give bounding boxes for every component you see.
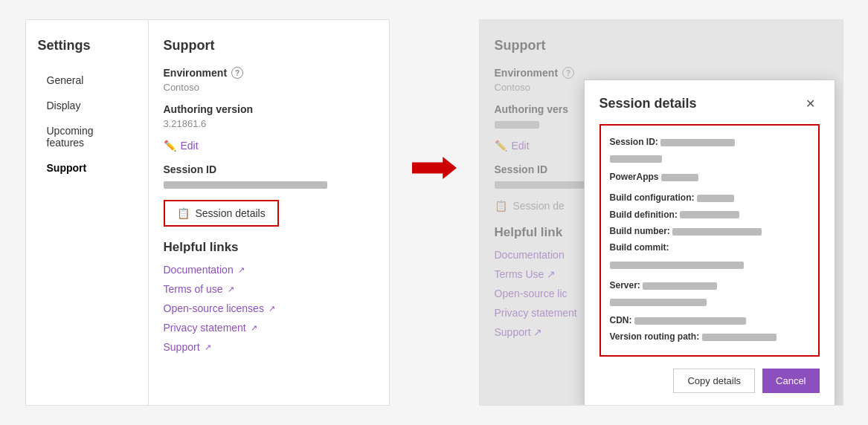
environment-value: Contoso xyxy=(164,82,374,93)
external-link-icon-2: ↗ xyxy=(228,285,234,294)
sidebar-item-support[interactable]: Support xyxy=(38,156,136,180)
build-number-row: Build number: xyxy=(610,224,809,239)
version-routing-row: Version routing path: xyxy=(610,329,809,344)
powerapps-row: PowerApps xyxy=(610,169,809,184)
external-link-icon-4: ↗ xyxy=(251,323,257,333)
svg-marker-0 xyxy=(412,157,457,179)
modal-title: Session details xyxy=(599,96,697,111)
modal-footer: Copy details Cancel xyxy=(599,369,820,393)
session-details-modal: Session details ✕ Session ID: PowerApps xyxy=(584,80,835,406)
build-config-row: Build configuration: xyxy=(610,190,809,205)
arrow-container xyxy=(412,19,457,183)
cancel-button[interactable]: Cancel xyxy=(762,369,819,393)
cdn-section: CDN: Version routing path: xyxy=(610,313,809,345)
sidebar-item-upcoming[interactable]: Upcoming features xyxy=(38,119,136,155)
environment-info-icon[interactable]: ? xyxy=(231,67,243,79)
external-link-icon: ↗ xyxy=(238,265,245,275)
build-commit-row: Build commit: xyxy=(610,240,809,255)
sidebar-title: Settings xyxy=(38,38,136,53)
environment-label: Environment ? xyxy=(164,67,374,79)
server-url-row xyxy=(610,295,809,310)
modal-close-button[interactable]: ✕ xyxy=(801,95,820,112)
build-commit-val-row xyxy=(610,257,809,272)
pencil-icon: ✏️ xyxy=(164,140,176,152)
edit-button[interactable]: ✏️ Edit xyxy=(164,140,374,152)
direction-arrow xyxy=(412,153,457,183)
sidebar-item-display[interactable]: Display xyxy=(38,94,136,117)
right-panel: Support Environment ? Contoso Authoring … xyxy=(479,19,843,406)
document-icon: 📋 xyxy=(177,207,190,219)
session-details-button[interactable]: 📋 Session details xyxy=(164,200,279,227)
session-id-row2 xyxy=(610,151,809,166)
session-id-blurred xyxy=(164,181,327,189)
build-def-row: Build definition: xyxy=(610,207,809,222)
support-section-title: Support xyxy=(164,38,374,53)
authoring-value: 3.21861.6 xyxy=(164,118,374,129)
session-id-row: Session ID: xyxy=(610,134,809,149)
external-link-icon-3: ↗ xyxy=(269,304,275,314)
sidebar-item-general[interactable]: General xyxy=(38,68,136,92)
helpful-links-title: Helpful links xyxy=(164,240,374,255)
session-id-value xyxy=(164,178,374,189)
session-id-blurred-2 xyxy=(610,155,662,163)
build-section: Build configuration: Build definition: B… xyxy=(610,190,809,272)
main-container: Settings General Display Upcoming featur… xyxy=(25,19,843,406)
sidebar: Settings General Display Upcoming featur… xyxy=(26,20,149,405)
copy-details-button[interactable]: Copy details xyxy=(673,369,755,393)
link-privacy[interactable]: Privacy statement ↗ xyxy=(164,322,374,334)
link-documentation[interactable]: Documentation ↗ xyxy=(164,264,374,276)
authoring-label: Authoring version xyxy=(164,103,374,115)
external-link-icon-5: ↗ xyxy=(205,343,211,352)
link-support[interactable]: Support ↗ xyxy=(164,341,374,353)
support-content: Support Environment ? Contoso Authoring … xyxy=(149,20,389,405)
cdn-row: CDN: xyxy=(610,313,809,328)
session-id-blurred-1 xyxy=(660,139,735,146)
link-open-source[interactable]: Open-source licenses ↗ xyxy=(164,302,374,314)
powerapps-blurred xyxy=(661,174,698,181)
modal-header: Session details ✕ xyxy=(599,95,820,112)
left-panel: Settings General Display Upcoming featur… xyxy=(25,19,390,406)
link-terms-of-use[interactable]: Terms of use ↗ xyxy=(164,283,374,295)
session-id-label: Session ID xyxy=(164,163,374,175)
server-section: Server: xyxy=(610,278,809,310)
server-row: Server: xyxy=(610,278,809,293)
modal-body: Session ID: PowerApps Build configuratio… xyxy=(599,124,820,357)
